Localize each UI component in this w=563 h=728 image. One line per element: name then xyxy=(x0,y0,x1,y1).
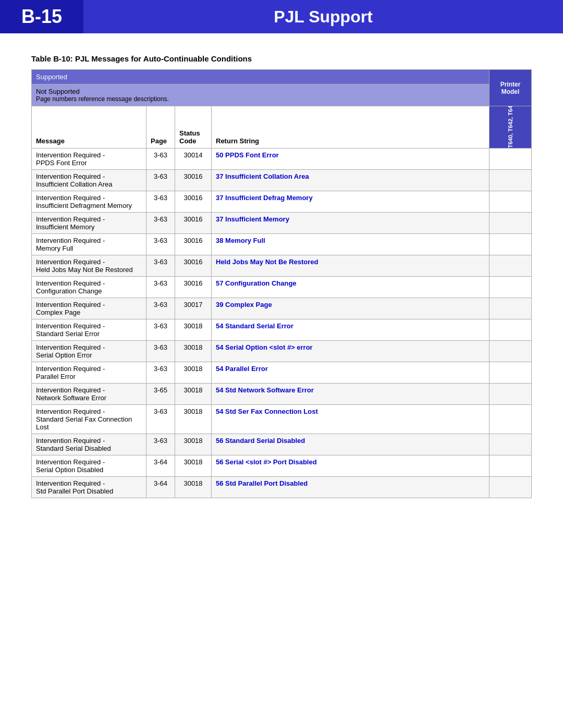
legend-note: Page numbers reference message descripti… xyxy=(36,95,485,103)
cell-page: 3-64 xyxy=(146,477,175,498)
cell-status-code: 30018 xyxy=(175,434,212,455)
col-header-return-string: Return String xyxy=(212,106,489,149)
cell-page: 3-63 xyxy=(146,405,175,434)
cell-model xyxy=(489,149,532,170)
cell-page: 3-63 xyxy=(146,234,175,255)
cell-status-code: 30018 xyxy=(175,341,212,362)
col-header-page: Page xyxy=(146,106,175,149)
page-title: PJL Support xyxy=(83,0,563,33)
cell-page: 3-63 xyxy=(146,191,175,213)
cell-model xyxy=(489,319,532,341)
cell-status-code: 30016 xyxy=(175,277,212,298)
cell-return-string: 50 PPDS Font Error xyxy=(212,149,489,170)
cell-message: Intervention Required -Insufficient Defr… xyxy=(32,191,146,213)
cell-message: Intervention Required -Standard Serial E… xyxy=(32,319,146,341)
supported-label: Supported xyxy=(32,70,489,84)
table-row: Intervention Required -Configuration Cha… xyxy=(32,277,532,298)
cell-model xyxy=(489,255,532,277)
cell-status-code: 30018 xyxy=(175,405,212,434)
legend-supported-row: Supported PrinterModel xyxy=(32,70,532,84)
table-body: Intervention Required -PPDS Font Error3-… xyxy=(32,149,532,498)
cell-return-string: 56 Standard Serial Disabled xyxy=(212,434,489,455)
table-row: Intervention Required -Std Parallel Port… xyxy=(32,477,532,498)
cell-status-code: 30016 xyxy=(175,191,212,213)
cell-page: 3-63 xyxy=(146,298,175,319)
cell-model xyxy=(489,298,532,319)
table-row: Intervention Required -Serial Option Dis… xyxy=(32,455,532,477)
not-supported-block: Not Supported Page numbers reference mes… xyxy=(32,84,489,106)
cell-model xyxy=(489,234,532,255)
cell-model xyxy=(489,405,532,434)
cell-message: Intervention Required -Configuration Cha… xyxy=(32,277,146,298)
cell-status-code: 30016 xyxy=(175,170,212,191)
cell-model xyxy=(489,362,532,384)
table-row: Intervention Required -PPDS Font Error3-… xyxy=(32,149,532,170)
table-row: Intervention Required -Insufficient Memo… xyxy=(32,213,532,234)
cell-status-code: 30018 xyxy=(175,384,212,405)
cell-return-string: 54 Parallel Error xyxy=(212,362,489,384)
cell-return-string: 54 Standard Serial Error xyxy=(212,319,489,341)
cell-return-string: 39 Complex Page xyxy=(212,298,489,319)
cell-page: 3-64 xyxy=(146,455,175,477)
cell-page: 3-63 xyxy=(146,213,175,234)
cell-message: Intervention Required -Serial Option Dis… xyxy=(32,455,146,477)
cell-model xyxy=(489,434,532,455)
cell-page: 3-63 xyxy=(146,362,175,384)
cell-return-string: 38 Memory Full xyxy=(212,234,489,255)
cell-status-code: 30016 xyxy=(175,255,212,277)
table-row: Intervention Required -Serial Option Err… xyxy=(32,341,532,362)
col-header-status-code: Status Code xyxy=(175,106,212,149)
rotated-model-text: T640, T642, T644 xyxy=(507,106,513,148)
cell-message: Intervention Required -Held Jobs May Not… xyxy=(32,255,146,277)
table-title: Table B-10: PJL Messages for Auto-Contin… xyxy=(31,54,532,63)
cell-return-string: 56 Serial <slot #> Port Disabled xyxy=(212,455,489,477)
cell-message: Intervention Required -PPDS Font Error xyxy=(32,149,146,170)
cell-status-code: 30018 xyxy=(175,319,212,341)
cell-return-string: 37 Insufficient Memory xyxy=(212,213,489,234)
column-headers-row: Message Page Status Code Return String T… xyxy=(32,106,532,149)
page-content: Table B-10: PJL Messages for Auto-Contin… xyxy=(0,33,563,519)
cell-status-code: 30018 xyxy=(175,362,212,384)
cell-message: Intervention Required -Standard Serial D… xyxy=(32,434,146,455)
cell-page: 3-63 xyxy=(146,341,175,362)
table-row: Intervention Required -Held Jobs May Not… xyxy=(32,255,532,277)
cell-message: Intervention Required -Memory Full xyxy=(32,234,146,255)
table-row: Intervention Required -Standard Serial E… xyxy=(32,319,532,341)
printer-model-label: PrinterModel xyxy=(489,70,532,106)
cell-model xyxy=(489,213,532,234)
cell-page: 3-63 xyxy=(146,170,175,191)
table-row: Intervention Required -Standard Serial D… xyxy=(32,434,532,455)
cell-message: Intervention Required -Std Parallel Port… xyxy=(32,477,146,498)
cell-model xyxy=(489,170,532,191)
cell-message: Intervention Required -Complex Page xyxy=(32,298,146,319)
cell-message: Intervention Required -Network Software … xyxy=(32,384,146,405)
cell-page: 3-63 xyxy=(146,319,175,341)
cell-status-code: 30014 xyxy=(175,149,212,170)
cell-return-string: 54 Std Ser Fax Connection Lost xyxy=(212,405,489,434)
table-row: Intervention Required -Memory Full3-6330… xyxy=(32,234,532,255)
col-header-model-rotated: T640, T642, T644 xyxy=(489,106,532,149)
page-header: B-15 PJL Support xyxy=(0,0,563,33)
cell-page: 3-63 xyxy=(146,255,175,277)
cell-return-string: Held Jobs May Not Be Restored xyxy=(212,255,489,277)
cell-message: Intervention Required -Insufficient Memo… xyxy=(32,213,146,234)
cell-message: Intervention Required -Standard Serial F… xyxy=(32,405,146,434)
cell-model xyxy=(489,191,532,213)
pjl-messages-table: Supported PrinterModel Not Supported Pag… xyxy=(31,69,532,498)
col-header-message: Message xyxy=(32,106,146,149)
cell-return-string: 56 Std Parallel Port Disabled xyxy=(212,477,489,498)
cell-status-code: 30016 xyxy=(175,234,212,255)
page-number: B-15 xyxy=(0,0,83,33)
cell-page: 3-63 xyxy=(146,434,175,455)
cell-return-string: 54 Std Network Software Error xyxy=(212,384,489,405)
table-row: Intervention Required -Insufficient Defr… xyxy=(32,191,532,213)
cell-status-code: 30018 xyxy=(175,455,212,477)
cell-model xyxy=(489,477,532,498)
cell-return-string: 54 Serial Option <slot #> error xyxy=(212,341,489,362)
cell-model xyxy=(489,277,532,298)
cell-model xyxy=(489,455,532,477)
cell-status-code: 30018 xyxy=(175,477,212,498)
cell-page: 3-65 xyxy=(146,384,175,405)
legend-not-supported-row: Not Supported Page numbers reference mes… xyxy=(32,84,532,106)
cell-page: 3-63 xyxy=(146,277,175,298)
